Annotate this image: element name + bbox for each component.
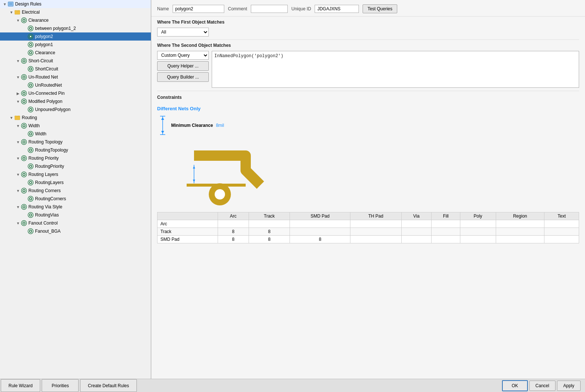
query-textarea[interactable]: InNamedPolygon('polygon2') — [212, 51, 579, 88]
bottom-right: OK Cancel Apply — [502, 380, 585, 391]
cell-arc-via[interactable] — [401, 220, 432, 228]
spacer — [22, 83, 27, 87]
spacer — [22, 27, 27, 31]
comment-input[interactable] — [251, 5, 288, 13]
tree-item-routing-layers[interactable]: ▼ Routing Layers — [0, 170, 151, 178]
th-arc: Arc — [218, 212, 249, 220]
tree-item-width[interactable]: Width — [0, 130, 151, 138]
min-clearance-label: Minimum Clearance — [171, 123, 213, 128]
first-match-select[interactable]: All Net Net Class Layer Custom Query — [157, 28, 209, 37]
spacer — [22, 67, 27, 71]
tree-item-routing-priority[interactable]: ▼ Routing Priority — [0, 154, 151, 162]
cell-track-smdpad[interactable] — [290, 228, 350, 236]
name-input[interactable] — [173, 5, 224, 13]
tree-item-routinglayers[interactable]: RoutingLayers — [0, 178, 151, 187]
query-builder-button[interactable]: Query Builder ... — [157, 72, 209, 82]
tree-item-label: Clearance — [35, 50, 55, 55]
tree-item-short-circuit[interactable]: ▼ Short-Circuit — [0, 57, 151, 65]
constraints-content[interactable]: Different Nets Only Minimum Clearance — [151, 102, 585, 379]
svg-point-43 — [23, 125, 25, 126]
spacer — [22, 181, 27, 185]
tree-item-label: Routing — [22, 115, 37, 120]
spacer — [22, 51, 27, 55]
tree-container[interactable]: ▼Design Rules▼ Electrical▼ Clearance bet… — [0, 0, 151, 379]
svg-point-24 — [30, 68, 31, 70]
second-match-select[interactable]: All Net Net Class Layer Custom Query — [157, 51, 209, 60]
cancel-button[interactable]: Cancel — [529, 381, 555, 391]
rule-group-icon — [21, 58, 27, 64]
tree-item-polygon1[interactable]: polygon1 — [0, 41, 151, 49]
tree-item-label: RoutingCorners — [35, 196, 66, 201]
tree-item-unroutednet[interactable]: UnRoutedNet — [0, 81, 151, 89]
cell-arc-thpad[interactable] — [350, 220, 401, 228]
tree-item-routing[interactable]: ▼ Routing — [0, 114, 151, 122]
tree-item-unconnected-pin[interactable]: ▶ Un-Connected Pin — [0, 89, 151, 97]
tree-item-routingcorners[interactable]: RoutingCorners — [0, 195, 151, 203]
priorities-button[interactable]: Priorities — [42, 379, 79, 392]
ok-button[interactable]: OK — [502, 380, 527, 391]
cell-track-poly[interactable] — [460, 228, 496, 236]
cell-smdpad-track[interactable]: 8 — [249, 236, 290, 243]
tree-item-unrouted-net[interactable]: ▼ Un-Routed Net — [0, 73, 151, 81]
cell-smdpad-poly[interactable] — [460, 236, 496, 243]
tree-item-polygon2[interactable]: polygon2 — [0, 32, 151, 41]
tree-item-shortcircuit[interactable]: ShortCircuit — [0, 65, 151, 73]
tree-item-fanout-control[interactable]: ▼ Fanout Control — [0, 219, 151, 227]
test-queries-button[interactable]: Test Queries — [363, 4, 397, 13]
cell-arc-arc[interactable]: 8 — [218, 220, 249, 228]
cell-arc-fill[interactable] — [432, 220, 460, 228]
cell-track-region[interactable] — [496, 228, 544, 236]
tree-item-routingvias[interactable]: RoutingVias — [0, 211, 151, 219]
cell-arc-smdpad[interactable] — [290, 220, 350, 228]
tree-item-routing-via-style[interactable]: ▼ Routing Via Style — [0, 203, 151, 211]
cell-track-fill[interactable] — [432, 228, 460, 236]
cell-smdpad-via[interactable] — [401, 236, 432, 243]
cell-track-thpad[interactable] — [350, 228, 401, 236]
create-default-button[interactable]: Create Default Rules — [80, 379, 136, 392]
expand-icon: ▼ — [9, 116, 14, 120]
tree-item-label: Modified Polygon — [28, 99, 62, 104]
cell-track-text[interactable] — [544, 228, 579, 236]
uid-input[interactable] — [315, 5, 359, 13]
tree-item-width-group[interactable]: ▼ Width — [0, 122, 151, 130]
tree-item-between-polygon[interactable]: between polygon1_2 — [0, 24, 151, 32]
tree-item-clearance-group[interactable]: ▼ Clearance — [0, 16, 151, 24]
tree-item-label: Clearance — [28, 18, 49, 23]
cell-smdpad-arc[interactable]: 8 — [218, 236, 249, 243]
tree-item-label: RoutingPriority — [35, 164, 64, 169]
folder-icon — [14, 9, 21, 15]
cell-arc-text[interactable] — [544, 220, 579, 228]
cell-smdpad-fill[interactable] — [432, 236, 460, 243]
tree-item-routing-corners[interactable]: ▼ Routing Corners — [0, 187, 151, 195]
apply-button[interactable]: Apply — [557, 381, 581, 391]
tree-item-unpouredpolygon[interactable]: UnpouredPolygon — [0, 105, 151, 114]
cell-smdpad-thpad[interactable] — [350, 236, 401, 243]
query-helper-button[interactable]: Query Helper ... — [157, 61, 209, 71]
tree-item-routing-topology[interactable]: ▼ Routing Topology — [0, 138, 151, 146]
tree-item-design-rules[interactable]: ▼Design Rules — [0, 0, 151, 8]
tree-item-routingtopology[interactable]: RoutingTopology — [0, 146, 151, 154]
cell-arc-track[interactable] — [249, 220, 290, 228]
cell-arc-poly[interactable] — [460, 220, 496, 228]
cell-smdpad-text[interactable] — [544, 236, 579, 243]
tree-item-clearance[interactable]: Clearance — [0, 49, 151, 57]
tree-item-routingpriority[interactable]: RoutingPriority — [0, 162, 151, 170]
cell-smdpad-region[interactable] — [496, 236, 544, 243]
svg-point-55 — [23, 157, 25, 159]
cell-track-arc[interactable]: 8 — [218, 228, 249, 236]
spacer — [22, 132, 27, 136]
svg-point-82 — [30, 230, 31, 232]
tree-item-label: Un-Connected Pin — [28, 91, 65, 96]
rule-wizard-button[interactable]: Rule Wizard — [1, 379, 40, 392]
expand-icon: ▼ — [15, 189, 21, 193]
pcb-diagram — [172, 141, 275, 207]
rule-group-icon — [21, 155, 27, 162]
constraints-table: Arc Track SMD Pad TH Pad Via Fill Poly R… — [157, 212, 579, 243]
cell-arc-region[interactable] — [496, 220, 544, 228]
tree-item-modified-polygon[interactable]: ▼ Modified Polygon — [0, 97, 151, 105]
tree-item-fanout-bga[interactable]: Fanout_BGA — [0, 227, 151, 235]
cell-track-track[interactable]: 8 — [249, 228, 290, 236]
cell-smdpad-smdpad[interactable]: 8 — [290, 236, 350, 243]
cell-track-via[interactable] — [401, 228, 432, 236]
tree-item-electrical[interactable]: ▼ Electrical — [0, 8, 151, 16]
